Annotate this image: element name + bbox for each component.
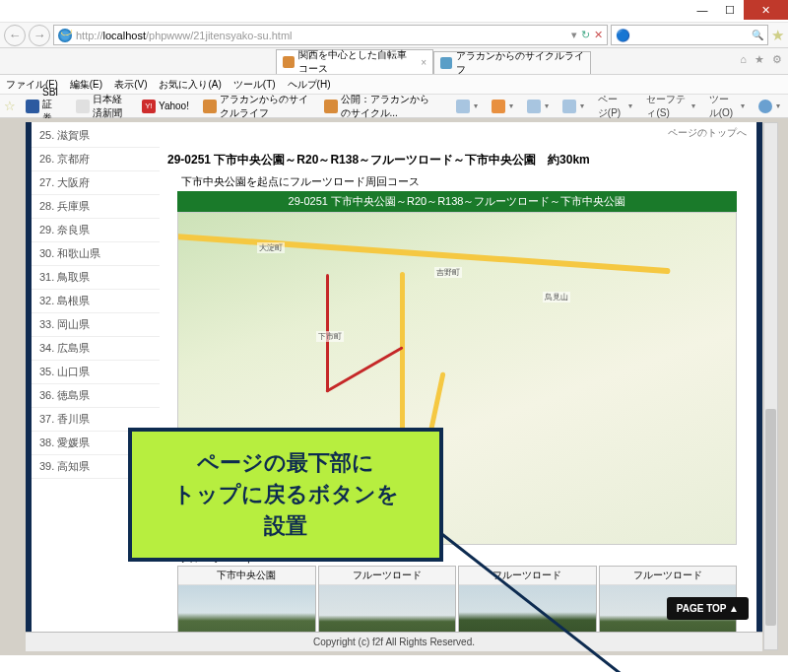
- favorite-arakan[interactable]: アラカンからのサイクルライフ: [199, 91, 314, 122]
- add-favorite-icon[interactable]: ☆: [4, 99, 16, 113]
- stop-button[interactable]: ✕: [594, 29, 603, 41]
- page-body: 25. 滋賀県 26. 京都府 27. 大阪府 28. 兵庫県 29. 奈良県 …: [26, 122, 762, 651]
- sidebar-item[interactable]: 30. 和歌山県: [32, 242, 160, 266]
- vertical-scrollbar[interactable]: [763, 122, 778, 650]
- favorites-icon[interactable]: ★: [755, 53, 764, 66]
- print-icon: [562, 100, 576, 113]
- sidebar-item[interactable]: 35. 山口県: [32, 361, 160, 384]
- course-title: 29-0251 下市中央公園～R20～R138～フルーツロード～下市中央公園 約…: [167, 144, 747, 172]
- favorite-icon: [324, 100, 338, 113]
- photo-caption: 下市中央公園: [178, 567, 315, 585]
- search-icon[interactable]: 🔍: [752, 30, 763, 40]
- refresh-button[interactable]: ↻: [581, 29, 590, 41]
- sidebar-item[interactable]: 29. 奈良県: [32, 219, 160, 242]
- annotation-callout: ページの最下部に トップに戻るボタンを 設置: [128, 428, 443, 562]
- favorite-yahoo[interactable]: Y!Yahoo!: [138, 98, 193, 115]
- home-icon[interactable]: ⌂: [740, 53, 747, 66]
- scrollbar-thumb[interactable]: [765, 409, 776, 626]
- menu-view[interactable]: 表示(V): [114, 78, 147, 92]
- forward-button[interactable]: →: [29, 25, 50, 46]
- window-titlebar: — ☐ ✕: [0, 0, 788, 23]
- menu-favorites[interactable]: お気に入り(A): [159, 78, 221, 92]
- sidebar: 25. 滋賀県 26. 京都府 27. 大阪府 28. 兵庫県 29. 奈良県 …: [32, 122, 160, 651]
- favorite-icon: [203, 100, 217, 113]
- sidebar-item[interactable]: 28. 兵庫県: [32, 195, 160, 219]
- menu-edit[interactable]: 編集(E): [70, 78, 102, 92]
- cmd-tools[interactable]: ツール(O): [705, 93, 749, 120]
- tools-icon[interactable]: ⚙: [772, 53, 782, 66]
- favorite-icon: Y!: [142, 100, 156, 113]
- page-top-button[interactable]: PAGE TOP ▲: [667, 597, 749, 620]
- tab-active[interactable]: 関西を中心とした自転車コース ×: [276, 49, 433, 74]
- main-content: ページのトップへ 29-0251 下市中央公園～R20～R138～フルーツロード…: [160, 122, 756, 651]
- favorite-nikkei[interactable]: 日本経済新聞: [72, 91, 132, 122]
- window-close-button[interactable]: ✕: [744, 0, 788, 20]
- search-box[interactable]: 🔵 🔍: [611, 25, 768, 45]
- favorites-star-icon[interactable]: ★: [771, 27, 784, 44]
- course-subtitle: 下市中央公園を起点にフルーツロード周回コース: [167, 172, 747, 191]
- window-maximize-button[interactable]: ☐: [716, 0, 744, 20]
- tab-label: 関西を中心とした自転車コース: [298, 48, 413, 76]
- url-text: http://localhost/phpwww/21jitensyako-su.…: [76, 30, 567, 41]
- cmd-help[interactable]: [755, 100, 784, 113]
- tab-label: アラカンからのサイクルライフ: [456, 49, 584, 77]
- favorite-icon: [26, 100, 39, 113]
- cmd-print[interactable]: [558, 100, 588, 113]
- favorite-arakan-pub[interactable]: 公開：アラカンからのサイクル...: [320, 91, 440, 122]
- cmd-feeds[interactable]: [488, 100, 517, 113]
- cmd-safety[interactable]: セーフティ(S): [642, 93, 698, 120]
- sidebar-item[interactable]: 36. 徳島県: [32, 384, 160, 408]
- viewport: 25. 滋賀県 26. 京都府 27. 大阪府 28. 兵庫県 29. 奈良県 …: [0, 118, 788, 655]
- search-provider-icon: 🔵: [616, 29, 630, 42]
- address-bar[interactable]: http://localhost/phpwww/21jitensyako-su.…: [53, 25, 608, 45]
- browser-navbar: ← → http://localhost/phpwww/21jitensyako…: [0, 23, 788, 48]
- page-icon: [58, 29, 72, 42]
- tab-bar: 関西を中心とした自転車コース × アラカンからのサイクルライフ ⌂ ★ ⚙: [0, 48, 788, 75]
- window-minimize-button[interactable]: —: [689, 0, 716, 20]
- tab-inactive[interactable]: アラカンからのサイクルライフ: [433, 51, 591, 74]
- copyright: Copyright (c) f2f All Rights Reserved.: [26, 632, 762, 651]
- cmd-home[interactable]: [452, 100, 482, 113]
- favorite-icon: [76, 100, 90, 113]
- sidebar-item[interactable]: 32. 島根県: [32, 290, 160, 313]
- menu-help[interactable]: ヘルプ(H): [288, 78, 331, 92]
- content-container: 25. 滋賀県 26. 京都府 27. 大阪府 28. 兵庫県 29. 奈良県 …: [32, 122, 756, 651]
- sidebar-item[interactable]: 25. 滋賀県: [32, 124, 160, 148]
- rss-icon: [492, 100, 505, 113]
- dropdown-icon[interactable]: ▾: [571, 29, 577, 41]
- sidebar-item[interactable]: 27. 大阪府: [32, 171, 160, 195]
- callout-text: ページの最下部に トップに戻るボタンを 設置: [150, 447, 422, 542]
- photo-caption: フルーツロード: [459, 567, 596, 585]
- photo-caption: フルーツロード: [319, 567, 456, 585]
- tab-favicon: [440, 57, 452, 69]
- tab-close-icon[interactable]: ×: [421, 57, 427, 68]
- sidebar-item[interactable]: 26. 京都府: [32, 148, 160, 171]
- mail-icon: [527, 100, 541, 113]
- cmd-page[interactable]: ページ(P): [594, 93, 637, 120]
- cmd-mail[interactable]: [523, 100, 553, 113]
- back-button[interactable]: ←: [4, 25, 26, 46]
- favorites-bar: ☆ SBI証券 日本経済新聞 Y!Yahoo! アラカンからのサイクルライフ 公…: [0, 95, 788, 118]
- map-banner: 29-0251 下市中央公園～R20～R138～フルーツロード～下市中央公園: [177, 191, 737, 212]
- top-link[interactable]: ページのトップへ: [167, 122, 747, 144]
- help-icon: [758, 100, 772, 113]
- tab-favicon: [283, 56, 295, 68]
- photo-caption: フルーツロード: [600, 567, 737, 585]
- sidebar-item[interactable]: 31. 鳥取県: [32, 266, 160, 290]
- menu-tools[interactable]: ツール(T): [233, 78, 276, 92]
- home-icon: [456, 100, 470, 113]
- sidebar-item[interactable]: 33. 岡山県: [32, 313, 160, 337]
- sidebar-item[interactable]: 34. 広島県: [32, 337, 160, 361]
